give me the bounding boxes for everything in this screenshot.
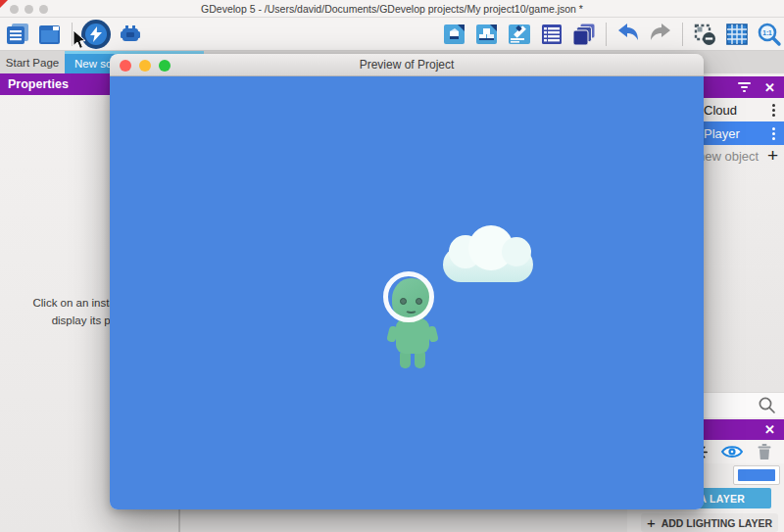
background-color-field[interactable] xyxy=(733,465,780,485)
debugger-icon[interactable] xyxy=(118,22,143,47)
start-page-icon[interactable] xyxy=(37,22,63,47)
properties-panel-title: Properties xyxy=(8,77,69,91)
preview-window-title: Preview of Project xyxy=(110,58,704,72)
preview-titlebar[interactable]: Preview of Project xyxy=(110,54,704,76)
preview-game-view[interactable] xyxy=(110,76,704,509)
plus-icon: + xyxy=(647,514,656,531)
main-toolbar: 1:1 xyxy=(0,18,784,51)
zoom-1to1-icon[interactable]: 1:1 xyxy=(757,22,782,47)
undo-icon[interactable] xyxy=(615,22,641,47)
add-object-plus-icon[interactable]: + xyxy=(767,145,778,167)
object-menu-icon[interactable] xyxy=(772,104,775,117)
lightning-bolt-icon xyxy=(90,26,102,42)
mask-toggle-icon[interactable] xyxy=(692,22,717,47)
toolbar-separator xyxy=(682,23,683,46)
filter-icon[interactable] xyxy=(738,82,751,92)
object-groups-icon[interactable] xyxy=(474,22,500,47)
background-color-swatch[interactable] xyxy=(738,469,775,481)
player-helmet-ring xyxy=(383,271,434,322)
scene-objects-icon[interactable] xyxy=(442,22,467,47)
scene-properties-icon[interactable] xyxy=(507,22,532,47)
object-menu-icon[interactable] xyxy=(772,127,775,140)
trash-icon[interactable] xyxy=(757,443,772,460)
preview-play-inner xyxy=(85,24,107,45)
project-manager-icon[interactable] xyxy=(5,22,30,47)
zoom-ratio-label: 1:1 xyxy=(762,29,772,36)
search-icon[interactable] xyxy=(758,396,776,414)
mouse-cursor xyxy=(73,29,87,50)
gdevelop-app-window: GDevelop 5 - /Users/david/Documents/GDev… xyxy=(0,0,784,532)
macos-titlebar: GDevelop 5 - /Users/david/Documents/GDev… xyxy=(0,0,784,18)
grid-toggle-icon[interactable] xyxy=(724,22,750,47)
object-label: Cloud xyxy=(704,103,737,118)
preview-window: Preview of Project xyxy=(110,54,704,509)
layers-icon[interactable] xyxy=(571,22,597,47)
add-object-label: new object xyxy=(698,149,759,164)
object-label: Player xyxy=(704,126,740,141)
close-icon[interactable]: ✕ xyxy=(764,81,775,94)
redo-icon[interactable] xyxy=(648,22,673,47)
add-lighting-label: ADD LIGHTING LAYER xyxy=(662,517,772,529)
add-lighting-layer-button[interactable]: + ADD LIGHTING LAYER xyxy=(641,513,778,532)
close-icon[interactable]: ✕ xyxy=(764,423,775,436)
tab-start-page[interactable]: Start Page xyxy=(0,51,65,73)
visibility-eye-icon[interactable] xyxy=(721,444,743,459)
cloud-sprite xyxy=(443,225,533,282)
toolbar-separator xyxy=(606,23,607,46)
player-body xyxy=(396,318,429,354)
instances-list-icon[interactable] xyxy=(539,22,564,47)
window-title: GDevelop 5 - /Users/david/Documents/GDev… xyxy=(0,3,784,15)
